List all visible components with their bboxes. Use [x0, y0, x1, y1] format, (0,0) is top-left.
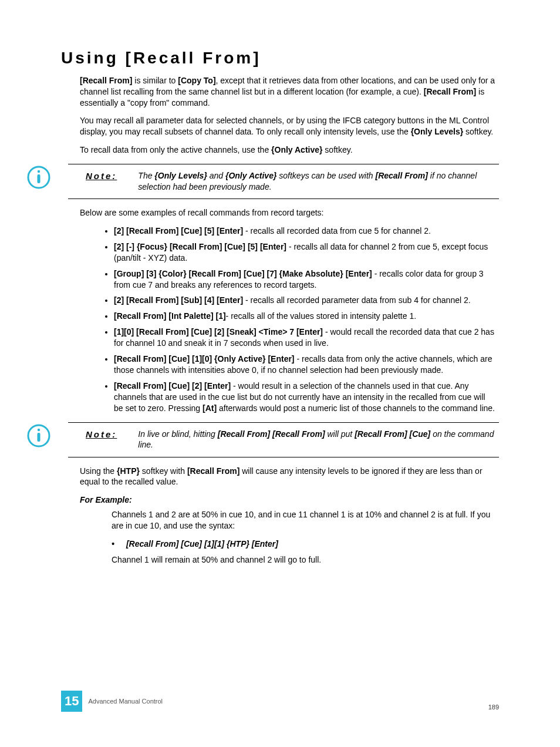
paragraph-2: You may recall all parameter data for se… [80, 115, 499, 137]
for-example-heading: For Example: [80, 494, 499, 506]
list-item: [1][0] [Recall From] [Cue] [2] [Sneak] <… [114, 327, 499, 349]
list-item: [Recall From] [Cue] [1][0] {Only Active}… [114, 354, 499, 376]
list-item: [Group] [3] {Color} [Recall From] [Cue] … [114, 268, 499, 291]
svg-rect-5 [38, 433, 41, 442]
svg-point-4 [38, 428, 40, 430]
example-paragraph-1: Channels 1 and 2 are at 50% in cue 10, a… [112, 509, 499, 531]
page-number: 189 [488, 703, 499, 712]
note-block-2: Note: In live or blind, hitting [Recall … [68, 422, 499, 457]
note-label: Note: [86, 428, 117, 440]
paragraph-4: Below are some examples of recall comman… [80, 207, 499, 218]
note-body: In live or blind, hitting [Recall From] … [138, 428, 499, 451]
example-paragraph-2: Channel 1 will remain at 50% and channel… [112, 554, 499, 566]
svg-point-1 [38, 170, 40, 173]
section-heading: Using [Recall From] [61, 47, 499, 69]
info-icon [27, 424, 50, 447]
list-item: [2] [-] {Focus} [Recall From] [Cue] [5] … [114, 241, 499, 264]
list-item: [Recall From] [Int Palette] [1]- recalls… [114, 311, 499, 322]
paragraph-3: To recall data from only the active chan… [80, 144, 499, 156]
svg-rect-2 [38, 174, 41, 183]
example-command-list: [Recall From] [Cue] [1][1] {HTP} [Enter] [112, 539, 499, 550]
chapter-number: 15 [61, 691, 82, 712]
list-item: [Recall From] [Cue] [2] [Enter] - would … [114, 381, 499, 414]
paragraph-5: Using the {HTP} softkey with [Recall Fro… [80, 466, 499, 488]
paragraph-1: [Recall From] is similar to [Copy To], e… [80, 75, 499, 109]
page-footer: 15 Advanced Manual Control 189 [61, 691, 499, 712]
list-item: [2] [Recall From] [Cue] [5] [Enter] - re… [114, 226, 499, 237]
info-icon [27, 166, 50, 189]
note-block-1: Note: The {Only Levels} and {Only Active… [68, 164, 499, 199]
note-label: Note: [86, 169, 117, 182]
list-item: [Recall From] [Cue] [1][1] {HTP} [Enter] [112, 539, 499, 550]
note-body: The {Only Levels} and {Only Active} soft… [138, 169, 499, 193]
command-list: [2] [Recall From] [Cue] [5] [Enter] - re… [80, 226, 499, 413]
list-item: [2] [Recall From] [Sub] [4] [Enter] - re… [114, 295, 499, 306]
chapter-title: Advanced Manual Control [88, 697, 163, 706]
